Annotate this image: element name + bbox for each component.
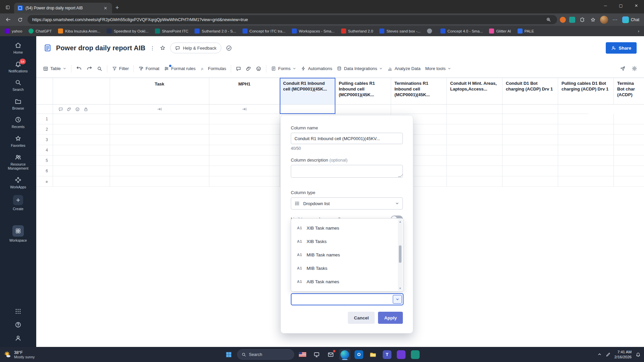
taskbar-clock[interactable]: 7:41 AM 2/16/2026: [614, 350, 632, 360]
dropdown-option[interactable]: A1MIB Tasks: [291, 261, 403, 275]
cell[interactable]: [209, 124, 280, 135]
apply-button[interactable]: Apply: [378, 312, 403, 324]
bookmark-item[interactable]: Concept 4.0 - Sma...: [440, 28, 483, 34]
cell[interactable]: [447, 135, 502, 145]
cell[interactable]: [53, 156, 110, 166]
app-icon-violet[interactable]: [395, 349, 407, 360]
column-type-select[interactable]: Dropdown list: [291, 197, 403, 209]
formulas-button[interactable]: fx Formulas: [200, 66, 226, 71]
cell[interactable]: [209, 176, 280, 187]
bookmark-item[interactable]: Sutherland 2.0: [341, 28, 373, 34]
cancel-button[interactable]: Cancel: [348, 312, 375, 324]
favorite-star-icon[interactable]: [160, 45, 166, 51]
bookmark-item[interactable]: [427, 28, 434, 34]
app-icon-teal[interactable]: [410, 349, 421, 360]
cell[interactable]: [53, 166, 110, 176]
publish-check-icon[interactable]: [226, 45, 232, 51]
cell[interactable]: [558, 124, 614, 135]
sidebar-item-recents[interactable]: Recents: [0, 113, 36, 132]
sidebar-item-favorites[interactable]: Favorites: [0, 132, 36, 151]
bookmarks-overflow-icon[interactable]: ›: [638, 28, 639, 34]
scroll-up-icon[interactable]: ▲: [398, 219, 402, 224]
back-icon[interactable]: [3, 15, 13, 24]
dropdown-option[interactable]: A1AIB Task names: [291, 275, 403, 288]
cell[interactable]: [110, 156, 209, 166]
bookmark-item[interactable]: Concept for ITC tra...: [243, 28, 285, 34]
add-row-button[interactable]: +: [41, 176, 53, 187]
cell[interactable]: [110, 176, 209, 187]
cell[interactable]: [502, 166, 558, 176]
cell[interactable]: [558, 176, 614, 187]
column-header-mph1[interactable]: MPH1: [209, 78, 280, 105]
combobox-chevron-button[interactable]: [393, 295, 402, 304]
cell[interactable]: [614, 124, 644, 135]
cell[interactable]: [447, 156, 502, 166]
bookmark-item[interactable]: Kiba Inuzuka Anim...: [58, 28, 100, 34]
column-name-input[interactable]: [291, 133, 403, 144]
cell[interactable]: [110, 135, 209, 145]
cell[interactable]: [447, 166, 502, 176]
bookmark-item[interactable]: Steves sand box -...: [379, 28, 421, 34]
column-header[interactable]: Terminations R1 Inbound cell (MCP0001)(4…: [391, 78, 447, 105]
dropdown-option[interactable]: A1XIB Tasks: [291, 235, 403, 248]
teams-app-icon[interactable]: T: [381, 349, 393, 360]
bookmark-item[interactable]: PALE: [518, 28, 534, 34]
cell[interactable]: [209, 114, 280, 124]
column-header[interactable]: Conduit H Mint. Areas, Laptops,Access...: [447, 78, 502, 105]
column-type-icon-cell[interactable]: [110, 105, 209, 114]
cell[interactable]: [614, 166, 644, 176]
row-number[interactable]: 6: [41, 166, 53, 176]
cell[interactable]: [209, 166, 280, 176]
comments-icon[interactable]: [236, 66, 241, 71]
more-tools-button[interactable]: More tools: [425, 66, 451, 71]
dropdown-option[interactable]: A1MIB Task names: [291, 248, 403, 261]
zoom-icon[interactable]: [545, 16, 552, 23]
scroll-down-icon[interactable]: ▼: [398, 286, 402, 291]
cell[interactable]: [447, 176, 502, 187]
cell[interactable]: [614, 135, 644, 145]
extensions-puzzle-icon[interactable]: [579, 16, 586, 23]
cell[interactable]: [209, 135, 280, 145]
apps-grid-icon[interactable]: [15, 308, 21, 315]
tab-close-icon[interactable]: ✕: [102, 5, 109, 11]
cell[interactable]: [53, 145, 110, 156]
outlook-app-icon[interactable]: O: [353, 349, 365, 360]
cell[interactable]: [110, 114, 209, 124]
bookmark-item[interactable]: Glitter AI: [489, 28, 511, 34]
filter-button[interactable]: Filter: [112, 66, 129, 71]
cell[interactable]: [110, 166, 209, 176]
attachments-icon[interactable]: [246, 66, 251, 71]
redo-icon[interactable]: [87, 66, 92, 71]
window-maximize-button[interactable]: ▢: [613, 0, 629, 11]
account-icon[interactable]: [15, 335, 21, 342]
cell[interactable]: [614, 176, 644, 187]
cell[interactable]: [53, 114, 110, 124]
view-switcher-table[interactable]: Table: [43, 66, 66, 71]
cell[interactable]: [502, 124, 558, 135]
language-flag-icon[interactable]: [297, 349, 308, 360]
extension-icon-1[interactable]: [560, 17, 566, 23]
column-header[interactable]: Pulling cables D1 Bot charging (ACDP) Dr…: [558, 78, 614, 105]
send-link-icon[interactable]: [620, 66, 626, 71]
row-number[interactable]: 4: [41, 145, 53, 156]
gear-icon[interactable]: [632, 66, 637, 71]
cell[interactable]: [558, 166, 614, 176]
pen-icon[interactable]: [606, 352, 610, 357]
bookmark-item[interactable]: SharePoint ITC: [155, 28, 189, 34]
dropdown-option[interactable]: A1XIB Task names: [291, 221, 403, 235]
copilot-chat-button[interactable]: Chat: [622, 16, 639, 23]
favorites-icon[interactable]: [589, 16, 597, 23]
help-icon[interactable]: [15, 321, 21, 328]
search-icon[interactable]: [97, 66, 102, 71]
browser-tab[interactable]: (54) Power drop daily report AIB ✕: [14, 3, 112, 13]
window-close-button[interactable]: ✕: [629, 0, 644, 11]
cell[interactable]: [502, 135, 558, 145]
sidebar-item-workapps[interactable]: WorkApps: [0, 174, 36, 192]
cell[interactable]: [209, 145, 280, 156]
paperclip-icon[interactable]: [67, 107, 71, 112]
column-header-selected[interactable]: Conduit R1 Inbound cell (MCP0001)(45K...: [280, 78, 335, 105]
forms-button[interactable]: Forms: [271, 66, 296, 71]
sidebar-item-home[interactable]: Home: [0, 39, 36, 58]
row-number[interactable]: 1: [41, 114, 53, 124]
cell[interactable]: [614, 156, 644, 166]
